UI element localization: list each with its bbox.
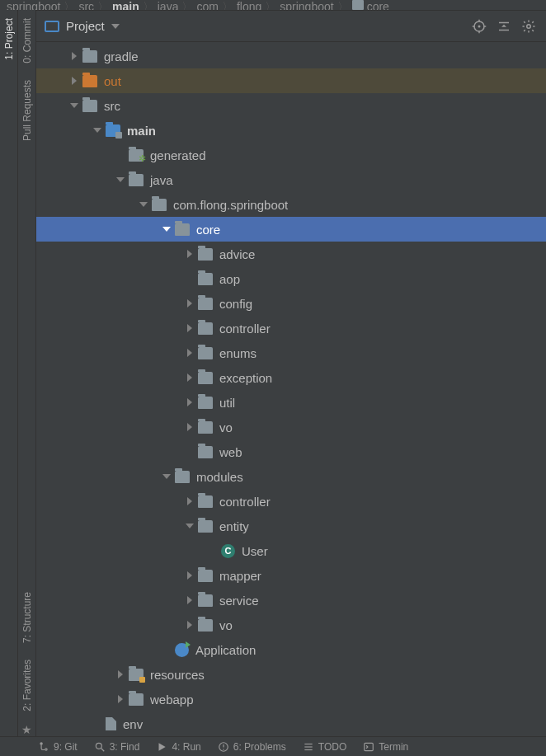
chevron-right-icon[interactable] bbox=[181, 324, 198, 332]
tree-node-user[interactable]: CUser bbox=[36, 538, 546, 563]
tree-node-entity[interactable]: entity bbox=[36, 514, 546, 538]
tree-node-webapp[interactable]: webapp bbox=[36, 687, 546, 711]
chevron-down-icon[interactable] bbox=[135, 202, 152, 207]
tree-node-exception[interactable]: exception bbox=[36, 365, 546, 390]
tree-node-label: src bbox=[104, 99, 120, 113]
chevron-right-icon[interactable] bbox=[181, 571, 198, 580]
tree-node-core[interactable]: core bbox=[36, 217, 546, 242]
chevron-right-icon[interactable] bbox=[66, 77, 82, 85]
chevron-down-icon[interactable] bbox=[111, 24, 120, 29]
chevron-right-icon[interactable] bbox=[181, 621, 198, 629]
tree-node-enums[interactable]: enums bbox=[36, 340, 546, 365]
tree-node-label: User bbox=[242, 544, 268, 558]
tree-node-advice[interactable]: advice bbox=[36, 242, 546, 266]
locate-button[interactable] bbox=[470, 17, 488, 35]
tree-node-modules[interactable]: modules bbox=[36, 464, 546, 489]
tree-node-label: entity bbox=[219, 519, 249, 533]
folder-icon bbox=[129, 174, 144, 186]
tree-node-label: enums bbox=[219, 346, 257, 360]
chevron-down-icon[interactable] bbox=[158, 474, 175, 479]
tree-node-out[interactable]: out bbox=[36, 68, 546, 93]
chevron-right-icon[interactable] bbox=[181, 373, 198, 382]
tree-node-env[interactable]: env bbox=[36, 711, 546, 736]
folder-icon bbox=[198, 495, 213, 508]
tree-node-util[interactable]: util bbox=[36, 390, 546, 415]
chevron-right-icon[interactable] bbox=[112, 695, 129, 703]
breadcrumb-separator: 〉 bbox=[181, 0, 193, 10]
chevron-down-icon[interactable] bbox=[66, 103, 82, 108]
project-view-icon bbox=[45, 21, 59, 32]
settings-button[interactable] bbox=[520, 17, 538, 35]
chevron-right-icon[interactable] bbox=[181, 497, 198, 505]
tree-node-web[interactable]: web bbox=[36, 439, 546, 464]
tree-node-vo[interactable]: vo bbox=[36, 415, 546, 439]
tree-node-main[interactable]: main bbox=[36, 118, 546, 143]
tree-node-label: util bbox=[219, 396, 235, 410]
chevron-right-icon[interactable] bbox=[181, 596, 198, 604]
tree-node-controller[interactable]: controller bbox=[36, 489, 546, 514]
tab-favorites[interactable]: 2: Favorites bbox=[20, 655, 35, 716]
tree-node-controller[interactable]: controller bbox=[36, 316, 546, 340]
chevron-right-icon[interactable] bbox=[181, 398, 198, 406]
breadcrumb-segment[interactable]: core bbox=[367, 0, 389, 10]
tree-node-label: webapp bbox=[150, 693, 194, 707]
tree-node-application[interactable]: Application bbox=[36, 637, 546, 662]
project-tool-window: Project gradleoutsrcmaingeneratedjavacom… bbox=[36, 10, 546, 736]
chevron-right-icon[interactable] bbox=[181, 299, 198, 308]
status-problems[interactable]: 6: Problems bbox=[211, 737, 293, 756]
tab-commit[interactable]: 0: Commit bbox=[20, 13, 35, 68]
todo-icon bbox=[303, 741, 314, 753]
tree-node-src[interactable]: src bbox=[36, 93, 546, 118]
tab-pull-requests[interactable]: Pull Requests bbox=[20, 75, 35, 146]
tree-node-resources[interactable]: resources bbox=[36, 662, 546, 687]
tree-node-mapper[interactable]: mapper bbox=[36, 563, 546, 588]
tree-node-service[interactable]: service bbox=[36, 588, 546, 613]
breadcrumb-separator: 〉 bbox=[97, 0, 109, 10]
chevron-right-icon[interactable] bbox=[181, 349, 198, 357]
chevron-right-icon[interactable] bbox=[181, 250, 198, 258]
tree-node-gradle[interactable]: gradle bbox=[36, 44, 546, 68]
tree-node-generated[interactable]: generated bbox=[36, 143, 546, 167]
folder-icon bbox=[198, 273, 213, 285]
problems-icon bbox=[218, 741, 229, 753]
status-run[interactable]: 4: Run bbox=[149, 737, 207, 756]
tab-structure[interactable]: 7: Structure bbox=[20, 587, 35, 648]
svg-marker-8 bbox=[501, 24, 506, 26]
folder-icon bbox=[82, 50, 97, 63]
chevron-down-icon[interactable] bbox=[181, 524, 198, 528]
tree-node-com-flong-springboot[interactable]: com.flong.springboot bbox=[36, 192, 546, 217]
breadcrumb-segment[interactable]: java bbox=[158, 0, 179, 10]
chevron-right-icon[interactable] bbox=[66, 52, 82, 60]
tree-node-label: core bbox=[196, 223, 220, 237]
status-terminal[interactable]: Termin bbox=[356, 737, 415, 756]
tree-node-label: Application bbox=[195, 643, 256, 657]
svg-rect-19 bbox=[365, 743, 374, 750]
breadcrumb-segment[interactable]: springboot bbox=[280, 0, 333, 10]
chevron-down-icon[interactable] bbox=[89, 128, 106, 133]
expand-all-button[interactable] bbox=[495, 17, 513, 35]
breadcrumb-segment[interactable]: flong bbox=[237, 0, 261, 10]
git-icon bbox=[38, 741, 49, 753]
breadcrumb-segment[interactable]: main bbox=[112, 0, 139, 10]
breadcrumb-segment[interactable]: src bbox=[78, 0, 94, 10]
tree-node-label: controller bbox=[219, 495, 271, 509]
chevron-right-icon[interactable] bbox=[181, 423, 198, 431]
chevron-down-icon[interactable] bbox=[158, 227, 175, 232]
status-git[interactable]: 9: Git bbox=[31, 737, 84, 756]
tree-node-config[interactable]: config bbox=[36, 291, 546, 316]
tree-node-java[interactable]: java bbox=[36, 167, 546, 192]
tree-node-aop[interactable]: aop bbox=[36, 266, 546, 291]
breadcrumb-segment[interactable]: springboot bbox=[7, 0, 60, 10]
tree-node-label: aop bbox=[219, 272, 240, 286]
project-tree[interactable]: gradleoutsrcmaingeneratedjavacom.flong.s… bbox=[36, 42, 546, 736]
status-find[interactable]: 3: Find bbox=[87, 737, 147, 756]
chevron-right-icon[interactable] bbox=[112, 670, 129, 679]
chevron-down-icon[interactable] bbox=[112, 177, 129, 182]
svg-point-10 bbox=[96, 743, 101, 749]
tree-node-vo[interactable]: vo bbox=[36, 613, 546, 637]
svg-point-1 bbox=[478, 25, 481, 27]
status-todo[interactable]: TODO bbox=[296, 737, 353, 756]
project-title[interactable]: Project bbox=[66, 19, 105, 33]
tab-project[interactable]: 1: Project bbox=[2, 13, 16, 65]
breadcrumb-segment[interactable]: com bbox=[196, 0, 218, 10]
